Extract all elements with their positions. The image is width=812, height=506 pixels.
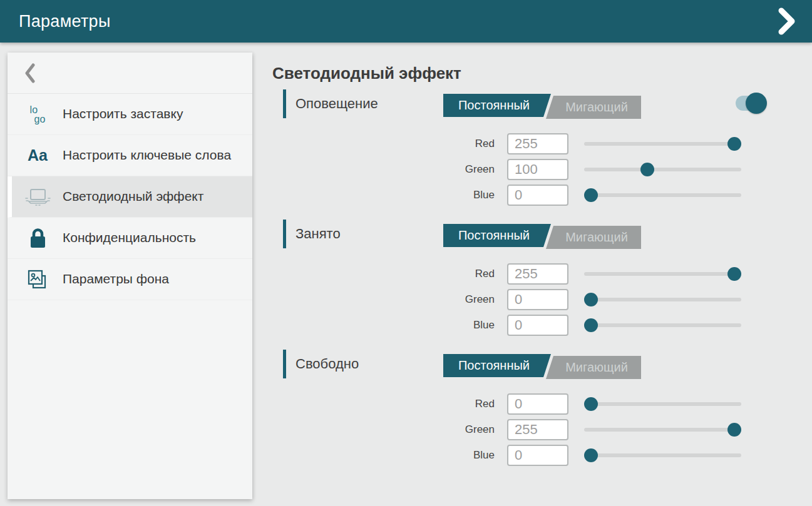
sidebar-item-keywords[interactable]: Aa Настроить ключевые слова <box>8 135 252 176</box>
blue-slider[interactable] <box>584 318 741 332</box>
section-name: Свободно <box>296 356 359 372</box>
section-name: Оповещение <box>296 96 378 112</box>
slider-track <box>584 298 741 301</box>
green-label: Green <box>438 293 495 306</box>
accent-bar <box>283 89 286 118</box>
slider-thumb[interactable] <box>584 448 598 462</box>
sidebar-item-background[interactable]: Параметры фона <box>8 259 252 300</box>
red-slider[interactable] <box>584 397 741 411</box>
sidebar-item-splash-screen[interactable]: lo go Настроить заставку <box>8 94 252 135</box>
mode-segmented-control: Постоянный Мигающий <box>443 354 641 377</box>
blue-value-input[interactable] <box>507 315 568 336</box>
mode-solid-button[interactable]: Постоянный <box>443 354 551 377</box>
slider-track <box>584 142 741 146</box>
red-value-input[interactable] <box>507 133 568 154</box>
notification-led-toggle[interactable] <box>736 96 764 111</box>
green-slider[interactable] <box>584 163 741 176</box>
green-slider[interactable] <box>584 423 741 437</box>
slider-track <box>584 168 741 171</box>
green-value-input[interactable] <box>507 159 568 180</box>
red-value-input[interactable] <box>507 393 568 415</box>
sidebar-item-label: Светодиодный эффект <box>63 188 203 205</box>
blue-label: Blue <box>438 449 495 462</box>
blue-slider[interactable] <box>584 188 741 202</box>
app-title: Параметры <box>19 12 111 31</box>
sidebar-item-led-effect[interactable]: Светодиодный эффект <box>8 176 252 218</box>
slider-thumb[interactable] <box>584 188 598 202</box>
mode-blink-button[interactable]: Мигающий <box>546 356 641 379</box>
mode-blink-button[interactable]: Мигающий <box>546 96 641 119</box>
slider-track <box>584 428 741 432</box>
section-free: Свободно Постоянный Мигающий Red Green B… <box>272 350 793 466</box>
green-value-input[interactable] <box>507 419 568 440</box>
green-value-input[interactable] <box>507 289 568 310</box>
slider-track <box>584 272 741 276</box>
mode-segmented-control: Постоянный Мигающий <box>443 224 641 247</box>
settings-sidebar: lo go Настроить заставку Aa Настроить кл… <box>8 53 252 499</box>
blue-value-input[interactable] <box>507 185 568 206</box>
slider-thumb[interactable] <box>584 293 598 306</box>
accent-bar <box>283 220 286 248</box>
slider-thumb[interactable] <box>727 423 741 437</box>
section-notification: Оповещение Постоянный Мигающий Red Green <box>272 89 793 206</box>
lock-icon <box>24 227 51 250</box>
sidebar-menu: lo go Настроить заставку Aa Настроить кл… <box>8 94 252 300</box>
toggle-knob <box>746 93 767 114</box>
slider-track <box>584 402 741 406</box>
mode-blink-button[interactable]: Мигающий <box>546 226 641 249</box>
slider-thumb[interactable] <box>584 318 598 332</box>
green-label: Green <box>438 423 495 436</box>
led-screen-icon <box>24 187 51 207</box>
slider-track <box>584 453 741 457</box>
blue-label: Blue <box>438 189 495 201</box>
blue-value-input[interactable] <box>507 445 568 466</box>
red-slider[interactable] <box>584 137 741 151</box>
back-button[interactable] <box>8 53 252 94</box>
slider-track <box>584 193 741 197</box>
blue-slider[interactable] <box>584 448 741 462</box>
slider-track <box>584 323 741 327</box>
section-name: Занято <box>296 226 341 242</box>
slider-thumb[interactable] <box>727 137 741 151</box>
sidebar-item-label: Конфиденциальность <box>63 230 196 246</box>
sidebar-item-label: Параметры фона <box>63 271 169 287</box>
mode-solid-button[interactable]: Постоянный <box>443 224 551 247</box>
chevron-left-icon <box>24 63 36 83</box>
section-busy: Занято Постоянный Мигающий Red Green Blu… <box>272 220 793 336</box>
slider-thumb[interactable] <box>584 397 598 411</box>
led-effect-panel: Светодиодный эффект Оповещение Постоянны… <box>252 43 812 506</box>
page-title: Светодиодный эффект <box>272 64 793 83</box>
red-value-input[interactable] <box>507 263 568 285</box>
slider-thumb[interactable] <box>727 267 741 281</box>
letters-aa-icon: Aa <box>24 146 51 164</box>
logo-icon-line1: lo <box>30 104 38 115</box>
chevron-right-icon <box>777 8 796 35</box>
app-header: Параметры <box>0 0 812 43</box>
green-slider[interactable] <box>584 293 741 306</box>
red-label: Red <box>438 138 495 150</box>
red-slider[interactable] <box>584 267 741 281</box>
mode-solid-button[interactable]: Постоянный <box>443 94 551 117</box>
sidebar-item-privacy[interactable]: Конфиденциальность <box>8 218 252 259</box>
mode-segmented-control: Постоянный Мигающий <box>443 94 641 117</box>
slider-thumb[interactable] <box>640 163 654 176</box>
blue-label: Blue <box>438 319 495 331</box>
sidebar-item-label: Настроить заставку <box>63 106 183 122</box>
background-images-icon <box>24 269 51 290</box>
logo-text-icon: lo go <box>24 105 51 124</box>
sidebar-item-label: Настроить ключевые слова <box>63 147 231 163</box>
accent-bar <box>283 350 286 378</box>
forward-button[interactable] <box>777 8 796 35</box>
logo-icon-line2: go <box>34 114 46 124</box>
green-label: Green <box>438 163 495 176</box>
red-label: Red <box>438 268 495 280</box>
red-label: Red <box>438 398 495 410</box>
